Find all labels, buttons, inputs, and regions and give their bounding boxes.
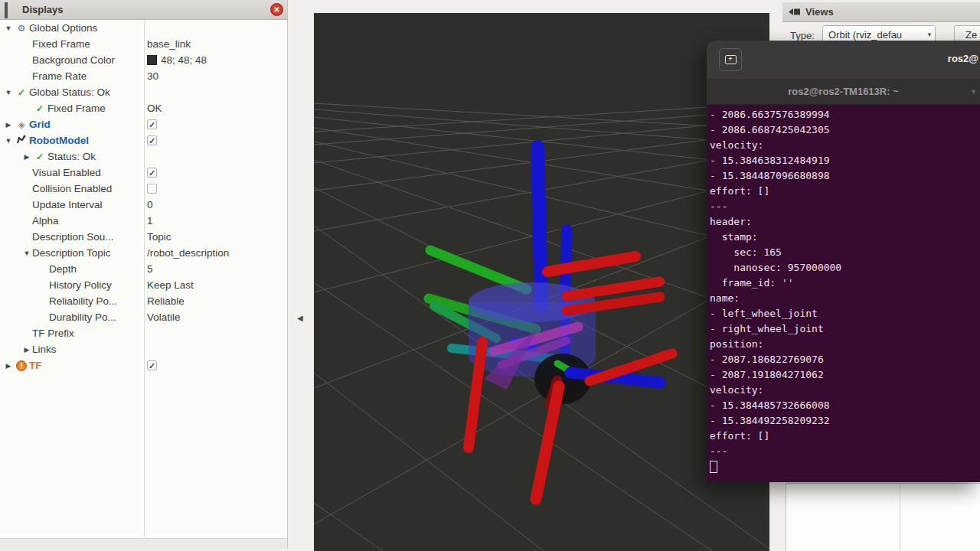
views-list-divider: [900, 484, 900, 551]
expand-arrow-icon[interactable]: ▼: [3, 24, 14, 32]
checkbox[interactable]: ✓: [147, 119, 157, 129]
terminal-line: - left_wheel_joint: [710, 306, 980, 321]
tree-row-label: Description Sou...: [32, 231, 114, 243]
check-icon: ✓: [32, 152, 47, 162]
tree-row-value[interactable]: ✓: [147, 165, 157, 181]
tree-row-collision-enabled[interactable]: Collision Enabled: [0, 181, 287, 197]
checkbox[interactable]: ✓: [147, 135, 157, 145]
terminal-window-title: ros2@: [948, 53, 978, 64]
terminal-line: velocity:: [710, 383, 980, 398]
tree-row-durability-po-[interactable]: Durability Po...Volatile: [0, 309, 287, 325]
tree-row-tf[interactable]: ▶!TF✓: [0, 357, 287, 373]
tree-row-value: 0: [147, 197, 153, 213]
panel-collapse-handle[interactable]: ◀: [297, 314, 303, 322]
expand-arrow-icon[interactable]: ▼: [3, 137, 14, 145]
tree-row-robotmodel[interactable]: ▼RobotModel✓: [0, 132, 287, 148]
tree-row-value: 30: [147, 68, 158, 84]
checkbox[interactable]: ✓: [147, 168, 157, 178]
views-panel-header[interactable]: Views: [782, 2, 980, 22]
tf-axis-x-top: [547, 256, 635, 272]
terminal-window: + ros2@ ros2@ros2-TM1613R: ~ ▼ - 2086.66…: [707, 41, 980, 482]
tree-row-label: Global Status: Ok: [29, 86, 110, 98]
color-swatch[interactable]: [147, 55, 157, 65]
tree-row-fixed-frame[interactable]: ✓Fixed FrameOK: [0, 100, 287, 116]
checkbox[interactable]: ✓: [147, 360, 157, 370]
tree-row-reliability-po-[interactable]: Reliability Po...Reliable: [0, 293, 287, 309]
tree-row-value[interactable]: ✓: [147, 132, 157, 148]
tree-row-value: Reliable: [147, 293, 185, 309]
view-type-value: Orbit (rviz_defau: [828, 29, 902, 41]
robot-icon: [14, 134, 29, 147]
checkbox[interactable]: [147, 184, 157, 194]
terminal-output[interactable]: - 2086.6637576389994- 2086.6687425042305…: [707, 105, 980, 482]
tree-row-value: 1: [147, 213, 153, 229]
tree-row-value: 48; 48; 48: [147, 52, 207, 68]
tree-row-fixed-frame[interactable]: Fixed Framebase_link: [0, 36, 287, 52]
tree-row-label: Background Color: [32, 54, 115, 66]
displays-tree: ▼⚙Global OptionsFixed Framebase_linkBack…: [0, 20, 287, 537]
tree-row-grid[interactable]: ▶◈Grid✓: [0, 116, 287, 132]
close-icon[interactable]: ✕: [270, 3, 283, 16]
terminal-line: effort: []: [710, 429, 980, 444]
tree-row-global-status-ok[interactable]: ▼✓Global Status: Ok: [0, 84, 287, 100]
displays-panel-header[interactable]: Displays ✕: [0, 0, 287, 20]
expand-arrow-icon[interactable]: ▶: [21, 346, 32, 354]
tree-row-status-ok[interactable]: ▶✓Status: Ok: [0, 148, 287, 165]
terminal-line: - 2086.6687425042305: [710, 122, 980, 138]
expand-arrow-icon[interactable]: ▼: [3, 89, 14, 96]
tree-row-alpha[interactable]: Alpha1: [0, 213, 287, 229]
terminal-titlebar[interactable]: + ros2@: [707, 41, 980, 79]
tree-row-label: RobotModel: [29, 135, 89, 146]
tree-row-description-topic[interactable]: ▼Description Topic/robot_description: [0, 245, 287, 261]
tree-row-value[interactable]: ✓: [147, 357, 157, 373]
views-list-area[interactable]: [786, 483, 980, 551]
terminal-line: velocity:: [710, 138, 980, 153]
tree-row-label: Fixed Frame: [47, 103, 106, 114]
terminal-line: name:: [710, 291, 980, 306]
tab-chevron-down-icon: ▼: [970, 88, 977, 96]
tree-row-background-color[interactable]: Background Color48; 48; 48: [0, 52, 287, 68]
tree-row-label: Depth: [49, 263, 77, 275]
tree-row-update-interval[interactable]: Update Interval0: [0, 197, 287, 213]
expand-arrow-icon[interactable]: ▶: [21, 153, 32, 161]
tree-row-history-policy[interactable]: History PolicyKeep Last: [0, 277, 287, 293]
tree-row-label: Global Options: [29, 22, 97, 34]
zero-button-label: Ze: [965, 29, 977, 41]
tree-row-value: Topic: [147, 229, 172, 245]
check-icon: ✓: [32, 103, 47, 114]
terminal-tabbar[interactable]: ros2@ros2-TM1613R: ~ ▼: [707, 79, 980, 105]
expand-arrow-icon[interactable]: ▶: [3, 362, 14, 370]
expand-arrow-icon[interactable]: ▶: [3, 121, 14, 129]
tree-row-label: Frame Rate: [32, 70, 87, 82]
terminal-line: position:: [710, 337, 980, 352]
tree-row-label: Collision Enabled: [32, 183, 112, 194]
tree-row-tf-prefix[interactable]: TF Prefix: [0, 325, 287, 341]
tree-row-value[interactable]: [147, 181, 157, 197]
tree-row-label: Update Interval: [32, 199, 103, 210]
render-viewport[interactable]: [314, 13, 769, 551]
tree-row-value[interactable]: ✓: [147, 116, 157, 132]
tree-row-global-options[interactable]: ▼⚙Global Options: [0, 20, 287, 36]
terminal-line: effort: []: [710, 184, 980, 199]
tree-row-label: Description Topic: [32, 247, 111, 259]
tree-row-frame-rate[interactable]: Frame Rate30: [0, 68, 287, 84]
terminal-line: - 15.384487096680898: [710, 168, 980, 184]
tree-row-label: Grid: [29, 119, 51, 130]
new-tab-button[interactable]: +: [719, 48, 742, 71]
terminal-line: - 2086.6637576389994: [710, 107, 980, 122]
tree-row-description-sou-[interactable]: Description Sou...Topic: [0, 229, 287, 245]
gear-icon: ⚙: [14, 23, 29, 34]
terminal-line: ---: [710, 444, 980, 459]
tree-row-links[interactable]: ▶Links: [0, 341, 287, 357]
terminal-line: - 15.384485732666008: [710, 398, 980, 413]
tree-row-label: Fixed Frame: [32, 38, 90, 50]
chevron-down-icon: ▼: [926, 31, 933, 38]
tree-row-label: Durability Po...: [49, 311, 116, 323]
new-tab-icon: +: [725, 55, 737, 64]
tree-row-visual-enabled[interactable]: Visual Enabled✓: [0, 165, 287, 181]
tree-row-depth[interactable]: Depth5: [0, 261, 287, 277]
tree-row-label: Reliability Po...: [49, 295, 117, 307]
warning-icon: !: [14, 360, 29, 371]
displays-panel: Displays ✕ ▼⚙Global OptionsFixed Frameba…: [0, 0, 288, 549]
expand-arrow-icon[interactable]: ▼: [21, 249, 32, 257]
